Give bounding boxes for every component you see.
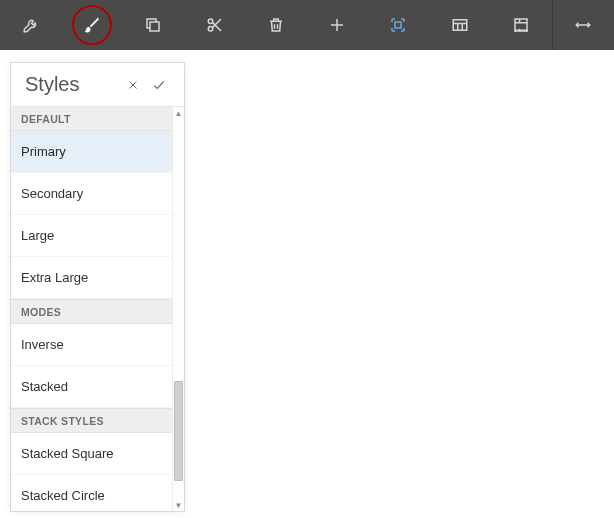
- select-tool[interactable]: [368, 0, 429, 50]
- table-icon: [451, 16, 469, 34]
- select-icon: [389, 16, 407, 34]
- add-tool[interactable]: [306, 0, 367, 50]
- group-header-stack-styles: STACK STYLES: [11, 408, 172, 433]
- style-item-primary[interactable]: Primary: [11, 131, 172, 173]
- style-item-secondary[interactable]: Secondary: [11, 173, 172, 215]
- trash-icon: [267, 16, 285, 34]
- brush-tool[interactable]: [61, 0, 122, 50]
- group-header-modes: MODES: [11, 299, 172, 324]
- group-header-default: DEFAULT: [11, 107, 172, 131]
- panel-header: Styles: [11, 63, 184, 107]
- scrollbar[interactable]: ▲ ▼: [172, 107, 184, 511]
- style-item-stacked-circle[interactable]: Stacked Circle: [11, 475, 172, 511]
- layout-icon: [512, 16, 530, 34]
- trash-tool[interactable]: [245, 0, 306, 50]
- scroll-up-icon[interactable]: ▲: [173, 107, 185, 119]
- scroll-thumb[interactable]: [174, 381, 183, 481]
- svg-rect-4: [453, 20, 467, 31]
- highlight-circle: [72, 5, 112, 45]
- cut-icon: [206, 16, 224, 34]
- svg-rect-3: [395, 22, 401, 28]
- cut-tool[interactable]: [184, 0, 245, 50]
- plus-icon: [328, 16, 346, 34]
- styles-panel: Styles DEFAULT Primary Secondary Large E…: [10, 62, 185, 512]
- svg-rect-5: [515, 19, 527, 31]
- style-item-stacked[interactable]: Stacked: [11, 366, 172, 408]
- resize-tool[interactable]: [553, 0, 614, 50]
- clone-icon: [144, 16, 162, 34]
- style-item-large[interactable]: Large: [11, 215, 172, 257]
- panel-title: Styles: [25, 73, 120, 96]
- check-icon: [152, 78, 166, 92]
- style-item-inverse[interactable]: Inverse: [11, 324, 172, 366]
- clone-tool[interactable]: [123, 0, 184, 50]
- svg-rect-0: [150, 22, 159, 31]
- scroll-track[interactable]: [173, 119, 184, 499]
- wrench-icon: [22, 16, 40, 34]
- close-button[interactable]: [120, 63, 146, 107]
- table-tool[interactable]: [429, 0, 490, 50]
- close-icon: [127, 79, 139, 91]
- layout-tool[interactable]: [490, 0, 551, 50]
- wrench-tool[interactable]: [0, 0, 61, 50]
- scroll-down-icon[interactable]: ▼: [173, 499, 185, 511]
- resize-icon: [574, 16, 592, 34]
- style-item-extra-large[interactable]: Extra Large: [11, 257, 172, 299]
- style-item-stacked-square[interactable]: Stacked Square: [11, 433, 172, 475]
- styles-list: DEFAULT Primary Secondary Large Extra La…: [11, 107, 172, 511]
- toolbar: [0, 0, 614, 50]
- panel-body: DEFAULT Primary Secondary Large Extra La…: [11, 107, 184, 511]
- confirm-button[interactable]: [146, 63, 172, 107]
